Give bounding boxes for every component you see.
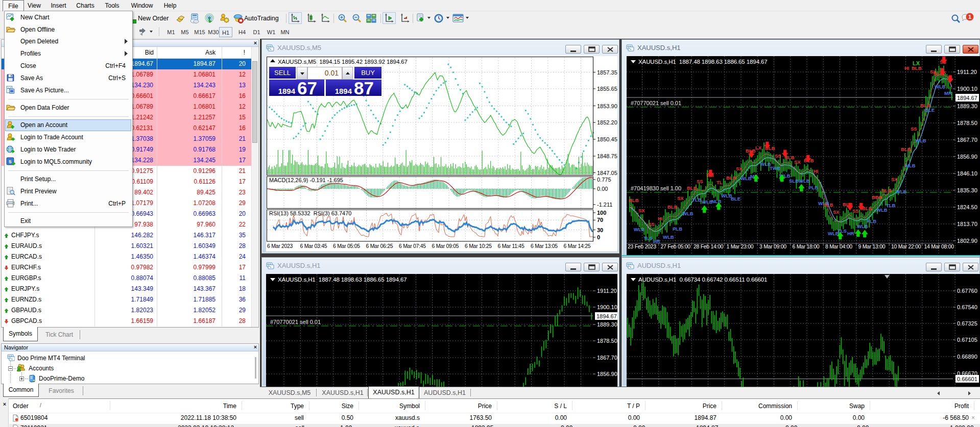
- svg-text:1894.67: 1894.67: [596, 313, 617, 319]
- svg-text:XAUUSD.s,H1 1887.48 1898.63 1: XAUUSD.s,H1 1887.48 1898.63 1886.65 1894…: [638, 59, 768, 65]
- svg-text:1900.10: 1900.10: [597, 304, 617, 310]
- svg-text:BLB: BLB: [687, 185, 697, 191]
- svg-text:SX: SX: [736, 166, 743, 171]
- svg-text:#70770021 sell 0.01: #70770021 sell 0.01: [631, 100, 681, 106]
- svg-text:WLB: WLB: [935, 84, 946, 89]
- svg-text:1848.75: 1848.75: [597, 153, 617, 159]
- svg-text:0.66601: 0.66601: [957, 376, 977, 382]
- svg-text:SS: SS: [775, 153, 781, 159]
- svg-text:WLB: WLB: [857, 223, 868, 229]
- svg-text:0.67540: 0.67540: [957, 304, 977, 310]
- svg-text:1878.50: 1878.50: [957, 120, 977, 126]
- svg-text:TWB: TWB: [770, 165, 781, 171]
- svg-text:SX: SX: [891, 177, 898, 182]
- svg-text:WLB: WLB: [915, 138, 926, 143]
- svg-text:1889.30: 1889.30: [597, 321, 617, 328]
- svg-text:1857.35: 1857.35: [597, 69, 617, 76]
- svg-text:1853.90: 1853.90: [597, 103, 617, 109]
- svg-text:10 Mar 22:00: 10 Mar 22:00: [891, 243, 921, 249]
- svg-text:SX: SX: [794, 159, 801, 165]
- svg-text:1911.20: 1911.20: [597, 288, 617, 294]
- svg-text:BLB: BLB: [901, 146, 911, 152]
- svg-text:TLS: TLS: [643, 235, 653, 241]
- svg-text:TL: TL: [716, 180, 723, 185]
- svg-text:TLB: TLB: [692, 197, 702, 203]
- svg-text:-1.211: -1.211: [597, 202, 612, 208]
- svg-text:SX: SX: [677, 195, 684, 201]
- svg-text:0.00: 0.00: [597, 186, 608, 192]
- svg-text:SS: SS: [852, 208, 859, 214]
- svg-text:0.67325: 0.67325: [957, 320, 977, 326]
- svg-text:6 Mar 2023: 6 Mar 2023: [267, 243, 293, 249]
- svg-text:WLB: WLB: [682, 211, 694, 216]
- svg-text:6 Mar 18:00: 6 Mar 18:00: [793, 243, 820, 249]
- svg-text:XAUUSD.s,H1 1887.48 1898.63 1: XAUUSD.s,H1 1887.48 1898.63 1886.65 1894…: [278, 277, 407, 283]
- svg-text:SX: SX: [638, 208, 645, 213]
- svg-text:0.775: 0.775: [597, 177, 611, 183]
- svg-text:8 Mar 04:00: 8 Mar 04:00: [825, 243, 852, 249]
- svg-text:1846.10: 1846.10: [957, 170, 977, 177]
- svg-text:BLB: BLB: [667, 204, 678, 210]
- svg-text:NLB: NLB: [905, 163, 916, 168]
- svg-text:SS: SS: [648, 221, 655, 227]
- svg-text:14 Mar 08:00: 14 Mar 08:00: [924, 243, 954, 249]
- svg-text:WLB: WLB: [663, 234, 674, 240]
- svg-text:NLB: NLB: [711, 198, 722, 204]
- svg-text:1847.05: 1847.05: [597, 170, 617, 176]
- svg-text:6 Mar 09:05: 6 Mar 09:05: [432, 243, 459, 249]
- svg-text:6 Mar 05:05: 6 Mar 05:05: [333, 243, 360, 249]
- svg-text:WLB: WLB: [799, 178, 810, 184]
- svg-text:1856.90: 1856.90: [597, 371, 617, 377]
- svg-text:1911.20: 1911.20: [957, 69, 977, 75]
- svg-text:SS: SS: [697, 179, 703, 184]
- svg-text:3 Mar 09:00: 3 Mar 09:00: [759, 243, 786, 249]
- svg-text:0.66890: 0.66890: [957, 354, 977, 360]
- svg-text:PLB: PLB: [867, 218, 876, 224]
- svg-text:70: 70: [597, 217, 603, 223]
- svg-text:#70770021 sell 0.01: #70770021 sell 0.01: [270, 319, 321, 325]
- svg-text:30: 30: [597, 227, 603, 233]
- svg-text:1802.90: 1802.90: [957, 238, 977, 244]
- svg-text:#70419830 sell 1.00: #70419830 sell 1.00: [631, 185, 681, 191]
- svg-text:MACD(12,26,9) -0.191 -1.695: MACD(12,26,9) -0.191 -1.695: [269, 177, 343, 183]
- svg-text:BLB: BLB: [912, 65, 922, 71]
- svg-text:1894.67: 1894.67: [957, 95, 977, 101]
- svg-text:HI: HI: [904, 65, 910, 71]
- svg-text:1 Mar 23:00: 1 Mar 23:00: [727, 243, 754, 249]
- svg-text:BLE: BLE: [731, 196, 740, 202]
- svg-text:SLB: SLB: [789, 178, 799, 184]
- svg-text:1900.10: 1900.10: [957, 86, 977, 92]
- svg-text:5: 5: [9, 159, 12, 164]
- svg-text:PLB: PLB: [673, 226, 682, 232]
- svg-text:1867.70: 1867.70: [957, 137, 977, 143]
- svg-text:0: 0: [597, 234, 600, 240]
- svg-text:6 Mar 11:45: 6 Mar 11:45: [498, 243, 524, 249]
- svg-text:6 Mar 13:05: 6 Mar 13:05: [531, 243, 558, 249]
- svg-text:1850.45: 1850.45: [597, 136, 617, 142]
- svg-text:27 Feb 05:00: 27 Feb 05:00: [661, 243, 691, 249]
- svg-text:WLB: WLB: [896, 189, 907, 194]
- svg-text:0.67760: 0.67760: [957, 288, 977, 294]
- svg-text:MR: MR: [944, 90, 952, 96]
- svg-text:BLB: BLB: [823, 202, 833, 208]
- svg-text:6 Mar 14:25: 6 Mar 14:25: [564, 243, 591, 249]
- svg-text:HI: HI: [814, 168, 819, 174]
- svg-text:XAUUSD.s,M5 1894.15 1895.42 1: XAUUSD.s,M5 1894.15 1895.42 1893.92 1894…: [278, 59, 408, 65]
- svg-text:1: 1: [968, 14, 971, 20]
- svg-text:HI: HI: [658, 216, 663, 221]
- svg-text:RSI(13) 58.5332 RSI(3) 63.747: RSI(13) 58.5332 RSI(3) 63.7470: [269, 210, 351, 216]
- svg-text:BLE: BLE: [925, 107, 935, 113]
- svg-text:1852.20: 1852.20: [597, 119, 617, 125]
- svg-text:WLB: WLB: [634, 227, 645, 232]
- svg-text:SX: SX: [833, 209, 840, 215]
- svg-text:6 Mar 10:25: 6 Mar 10:25: [465, 243, 492, 249]
- svg-text:BLB: BLB: [726, 175, 736, 181]
- svg-text:LX: LX: [755, 145, 762, 150]
- svg-text:1835.30: 1835.30: [957, 187, 977, 193]
- svg-text:HR: HR: [847, 231, 854, 236]
- svg-text:6 Mar 06:25: 6 Mar 06:25: [366, 243, 393, 249]
- svg-text:TLB: TLB: [886, 203, 896, 208]
- svg-text:PLB: PLB: [808, 185, 818, 190]
- svg-text:1889.30: 1889.30: [957, 103, 977, 109]
- svg-text:100: 100: [597, 210, 606, 216]
